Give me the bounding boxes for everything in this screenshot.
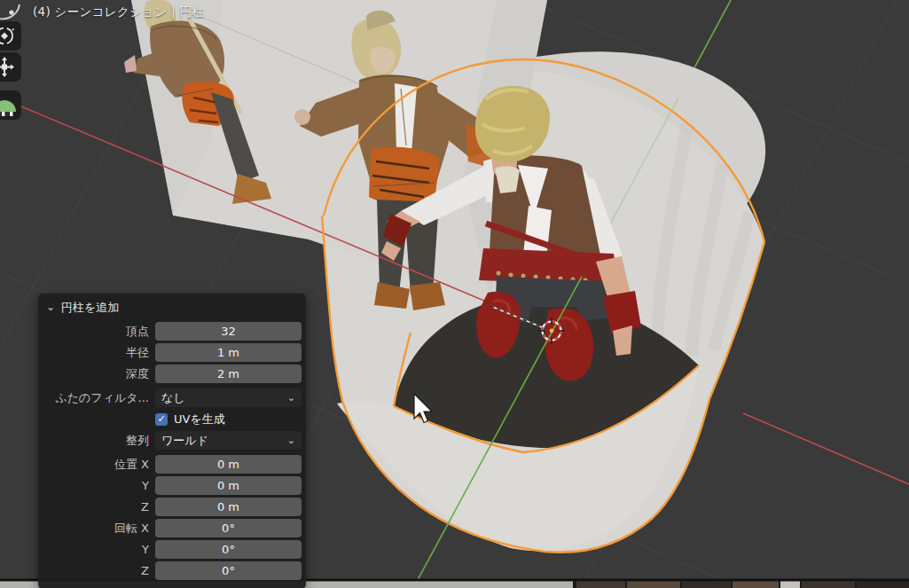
rotation-x-label: 回転 X [38,519,149,537]
generate-uvs-label: UVを生成 [174,412,225,427]
rotation-z-label: Z [38,561,149,580]
align-value: ワールド [161,433,208,449]
radius-value: 1 m [217,346,239,359]
location-x-value: 0 m [217,458,239,471]
collapse-chevron-icon: ⌄ [46,301,55,313]
location-z-field[interactable]: 0 m [155,498,302,516]
operator-panel-title: 円柱を追加 [61,300,119,316]
blender-window: (4) シーンコレクション | 円柱 ⌄ 円柱を追加 頂点 32 半径 1 m … [0,0,909,588]
move-view-button[interactable] [0,52,21,82]
rotation-x-field[interactable]: 0° [155,519,302,537]
row-location-y: Y 0 m [38,476,302,495]
vertices-field[interactable]: 32 [155,322,302,341]
vertices-value: 32 [221,325,236,338]
empty-label [38,410,149,428]
row-cap-fill: ふたのフィルタ... なし ⌄ [38,388,302,407]
row-rotation-x: 回転 X 0° [38,519,302,537]
row-align: 整列 ワールド ⌄ [38,431,302,450]
radius-label: 半径 [38,343,149,362]
rotation-y-field[interactable]: 0° [155,540,302,559]
location-x-field[interactable]: 0 m [155,455,302,474]
location-x-label: 位置 X [38,455,149,474]
row-rotation-z: Z 0° [38,561,302,580]
depth-label: 深度 [38,365,149,383]
location-y-value: 0 m [217,479,239,492]
chevron-down-icon: ⌄ [287,392,295,404]
rotation-y-value: 0° [222,543,235,556]
location-y-label: Y [38,476,149,495]
gauge-button[interactable] [0,90,21,120]
row-location-z: Z 0 m [38,498,302,516]
radius-field[interactable]: 1 m [155,343,302,362]
location-y-field[interactable]: 0 m [155,476,302,495]
rotation-y-label: Y [38,540,149,559]
vertices-label: 頂点 [38,322,149,341]
chevron-down-icon: ⌄ [287,435,295,446]
location-z-label: Z [38,498,149,516]
cap-fill-dropdown[interactable]: なし ⌄ [155,388,302,407]
depth-field[interactable]: 2 m [155,365,302,383]
row-location-x: 位置 X 0 m [38,455,302,474]
row-vertices: 頂点 32 [38,322,302,341]
viewport-header-text: (4) シーンコレクション | 円柱 [33,4,204,20]
cap-fill-value: なし [161,390,185,406]
align-label: 整列 [38,431,149,450]
operator-panel: ⌄ 円柱を追加 頂点 32 半径 1 m 深度 2 m ふたのフィルタ... な… [38,294,306,588]
row-radius: 半径 1 m [38,343,302,362]
cap-fill-label: ふたのフィルタ... [38,388,149,407]
row-depth: 深度 2 m [38,365,302,383]
generate-uvs-checkbox[interactable]: ✓ [155,413,168,426]
rotation-z-value: 0° [222,564,235,577]
row-rotation-y: Y 0° [38,540,302,559]
rotate-view-button[interactable] [0,21,21,51]
orbit-gizmo-dot [9,10,13,14]
row-generate-uvs: ✓ UVを生成 [38,410,302,428]
location-z-value: 0 m [217,500,239,514]
rotation-x-value: 0° [222,521,235,535]
rotation-z-field[interactable]: 0° [155,561,302,580]
operator-panel-header[interactable]: ⌄ 円柱を追加 [38,298,302,322]
depth-value: 2 m [217,367,239,380]
align-dropdown[interactable]: ワールド ⌄ [155,431,302,450]
